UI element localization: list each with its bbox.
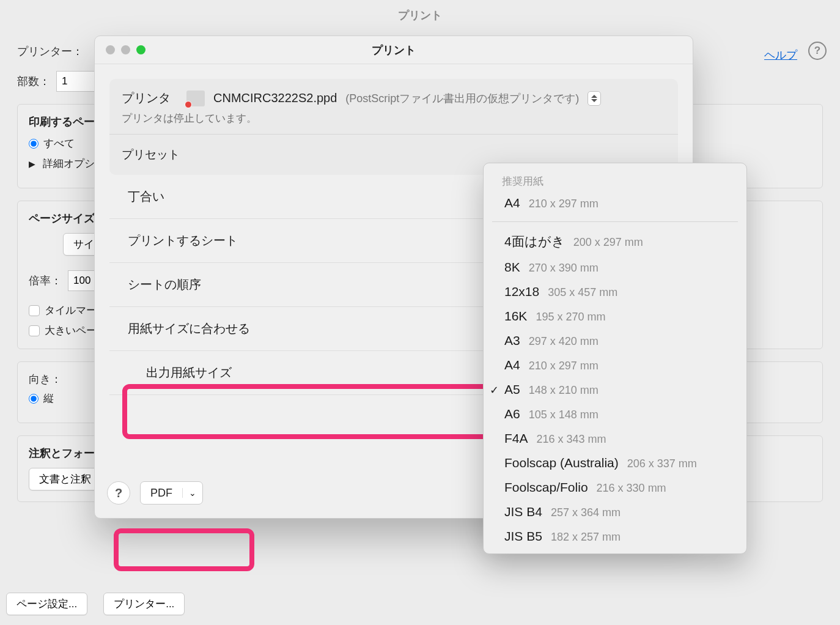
chevron-down-icon[interactable]: ⌄ xyxy=(182,488,202,498)
menu-separator xyxy=(492,221,738,222)
copies-label: 部数： xyxy=(17,74,50,89)
printer-name: CNMCIRC3222S2.ppd xyxy=(213,91,337,105)
paper-size-dim: 200 x 297 mm xyxy=(573,236,643,249)
paper-size-dim: 297 x 420 mm xyxy=(529,335,599,348)
paper-size-name: A5 xyxy=(504,382,520,397)
paper-size-dim: 257 x 364 mm xyxy=(551,506,621,519)
paper-size-name: 16K xyxy=(504,309,527,324)
paper-size-name: JIS B4 xyxy=(504,505,542,519)
pdf-button-label: PDF xyxy=(141,487,182,500)
paper-size-option[interactable]: 16K195 x 270 mm xyxy=(484,304,746,328)
detail-options-label: 詳細オプシ xyxy=(43,157,95,171)
orientation-label: 向き： xyxy=(29,372,62,386)
paper-size-option[interactable]: A4210 x 297 mm xyxy=(484,353,746,377)
dialog-titlebar: プリント xyxy=(95,36,693,64)
paper-size-option[interactable]: 12x18305 x 457 mm xyxy=(484,279,746,304)
paper-size-name: Foolscap/Folio xyxy=(504,480,588,495)
printer-field-label: プリンタ xyxy=(122,90,171,106)
paper-size-option[interactable]: JIS B4257 x 364 mm xyxy=(484,500,746,524)
paper-menu-heading: 推奨用紙 xyxy=(484,171,746,191)
paper-size-option[interactable]: JIS B5182 x 257 mm xyxy=(484,524,746,549)
dialog-help-button[interactable]: ? xyxy=(107,481,130,505)
paper-size-name: 12x18 xyxy=(504,284,539,299)
printer-description: (PostScriptファイル書出用の仮想プリンタです) xyxy=(345,91,579,106)
paper-size-dim: 216 x 330 mm xyxy=(597,482,666,495)
tile-marks-label: タイルマー xyxy=(45,303,97,317)
paper-size-option[interactable]: Foolscap (Australia)206 x 337 mm xyxy=(484,451,746,475)
paper-size-dim: 210 x 297 mm xyxy=(529,198,599,210)
printer-icon xyxy=(186,91,205,106)
paper-size-menu: 推奨用紙 A4210 x 297 mm 4面はがき200 x 297 mm8K2… xyxy=(483,163,747,554)
paper-size-option[interactable]: 8K270 x 390 mm xyxy=(484,255,746,279)
paper-size-name: A4 xyxy=(504,196,520,210)
printer-label: プリンター： xyxy=(17,44,83,59)
paper-size-name: F4A xyxy=(504,431,528,446)
large-page-checkbox[interactable] xyxy=(29,325,40,336)
printer-card: プリンタ CNMCIRC3222S2.ppd (PostScriptファイル書出… xyxy=(109,79,678,175)
paper-size-name: JIS B5 xyxy=(504,529,542,544)
pdf-button[interactable]: PDF ⌄ xyxy=(140,481,203,505)
paper-size-option[interactable]: A3297 x 420 mm xyxy=(484,328,746,353)
paper-size-option[interactable]: F4A216 x 343 mm xyxy=(484,426,746,451)
paper-size-name: A3 xyxy=(504,333,520,348)
copies-input[interactable] xyxy=(56,71,95,92)
paper-size-dim: 270 x 390 mm xyxy=(529,262,599,275)
paper-size-dim: 206 x 337 mm xyxy=(627,457,697,470)
paper-size-option[interactable]: A6105 x 148 mm xyxy=(484,402,746,426)
radio-all-label: すべて xyxy=(43,136,75,150)
paper-size-option[interactable]: 4面はがき200 x 297 mm xyxy=(484,228,746,255)
paper-size-dim: 148 x 210 mm xyxy=(529,384,599,397)
paper-size-option[interactable]: Foolscap/Folio216 x 330 mm xyxy=(484,475,746,500)
printer-status: プリンタは停止しています。 xyxy=(109,111,678,134)
annotations-dropdown[interactable]: 文書と注釈 xyxy=(29,468,101,490)
paper-size-dim: 182 x 257 mm xyxy=(551,531,621,544)
paper-size-dim: 216 x 343 mm xyxy=(537,433,606,446)
paper-menu-list: 4面はがき200 x 297 mm8K270 x 390 mm12x18305 … xyxy=(484,228,746,549)
orientation-portrait-label: 縦 xyxy=(43,391,54,405)
paper-size-option[interactable]: ✓A5148 x 210 mm xyxy=(484,377,746,402)
printer-select-stepper[interactable] xyxy=(588,91,601,106)
tile-marks-checkbox[interactable] xyxy=(29,305,40,316)
annotations-dropdown-label: 文書と注釈 xyxy=(39,472,91,486)
paper-size-dim: 195 x 270 mm xyxy=(536,311,605,324)
paper-size-option[interactable]: A4210 x 297 mm xyxy=(484,191,746,215)
dialog-title: プリント xyxy=(95,43,693,57)
orientation-portrait-radio[interactable] xyxy=(29,394,39,404)
paper-size-name: Foolscap (Australia) xyxy=(504,456,619,470)
paper-size-name: A6 xyxy=(504,407,520,421)
radio-all-pages[interactable] xyxy=(29,139,39,149)
paper-size-name: A4 xyxy=(504,358,520,372)
paper-size-dim: 210 x 297 mm xyxy=(529,360,599,372)
printer-settings-button[interactable]: プリンター... xyxy=(103,593,185,615)
paper-size-name: 8K xyxy=(504,260,520,275)
large-page-label: 大きいペー xyxy=(45,324,97,338)
disclosure-icon[interactable]: ▶ xyxy=(29,159,35,169)
paper-size-dim: 305 x 457 mm xyxy=(548,286,617,299)
check-icon: ✓ xyxy=(490,383,499,397)
main-window-title: プリント xyxy=(0,0,840,31)
scale-label: 倍率： xyxy=(29,273,62,288)
paper-size-name: 4面はがき xyxy=(504,233,565,250)
paper-menu-top-group: A4210 x 297 mm xyxy=(484,191,746,215)
page-setup-button[interactable]: ページ設定... xyxy=(6,593,87,615)
paper-size-dim: 105 x 148 mm xyxy=(529,409,599,421)
